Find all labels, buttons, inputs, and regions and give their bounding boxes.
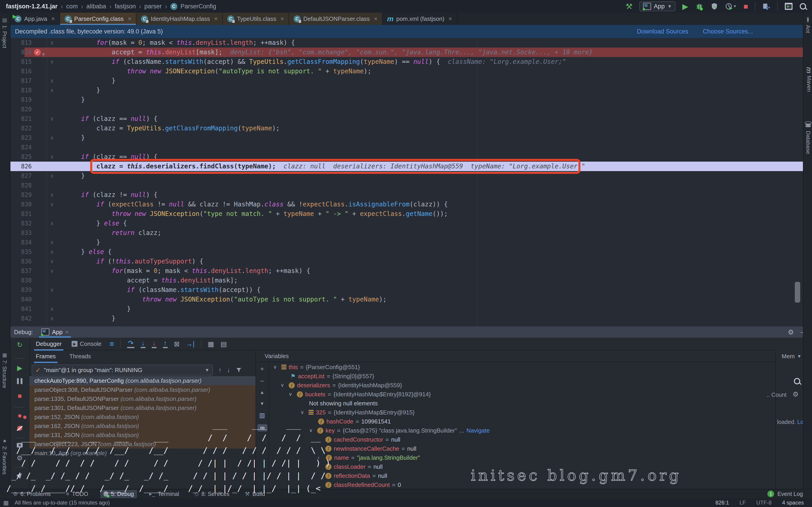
stack-frame-row[interactable]: parseObject:223, JSON (com.alibaba.fastj… — [30, 440, 256, 449]
move-up-icon[interactable]: ▲ — [256, 390, 269, 395]
pause-icon[interactable] — [10, 378, 30, 386]
line-number[interactable]: 826 — [10, 162, 32, 171]
tool-window-switcher-icon[interactable]: ▦ — [3, 499, 9, 506]
sidebar-item-database[interactable]: Database — [805, 121, 812, 154]
tool-window-button-todo[interactable]: ≡TODO — [63, 490, 92, 498]
tab-App.java[interactable]: C▶App.java× — [10, 13, 60, 25]
sidebar-item-favorites[interactable]: ★2: Favorites — [1, 438, 8, 474]
variable-row[interactable]: fclassLoader = null — [325, 462, 383, 471]
gear-icon[interactable]: ⚙ — [788, 328, 794, 336]
variable-row[interactable]: fhashCode = 109961541 — [318, 417, 391, 426]
line-number[interactable]: 836 — [10, 257, 32, 266]
navigate-link[interactable]: Navigate — [466, 426, 490, 435]
breadcrumb-item[interactable]: fastjson — [115, 3, 136, 10]
view-breakpoints-icon[interactable] — [10, 411, 30, 419]
remove-watch-icon[interactable]: − — [256, 378, 269, 385]
variable-row[interactable]: fcachedConstructor = null — [325, 435, 400, 444]
variable-row[interactable]: ⚑acceptList = {String[0]@557} — [291, 372, 374, 381]
memory-gear-icon[interactable]: ⚙ — [793, 390, 799, 398]
breadcrumb-item[interactable]: alibaba — [86, 3, 106, 10]
close-icon[interactable]: × — [214, 15, 218, 22]
chevron-right-icon[interactable]: › — [318, 453, 323, 462]
variable-row[interactable]: ∨fbuckets = {IdentityHashMap$Entry[8192]… — [289, 390, 431, 399]
variable-row[interactable]: fclassRedefinedCount = 0 — [325, 480, 401, 489]
line-number[interactable]: 814 — [10, 48, 32, 57]
tool-window-button-5-debug[interactable]: 5: Debug — [100, 490, 137, 498]
stop-icon[interactable]: ■ — [10, 392, 30, 400]
prev-frame-icon[interactable]: ↑ — [218, 367, 221, 374]
stop-button[interactable]: ■ — [743, 2, 748, 10]
drop-frame-icon[interactable]: ⊠ — [174, 340, 180, 348]
breadcrumb-item[interactable]: fastjson-1.2.41.jar — [6, 3, 58, 10]
line-number[interactable]: 833 — [10, 228, 32, 238]
tab-pom.xml (fastjson)[interactable]: mpom.xml (fastjson)× — [383, 13, 457, 25]
run-to-cursor-icon[interactable]: →| — [186, 340, 195, 348]
run-anything-icon[interactable] — [784, 2, 793, 10]
variable-row[interactable]: ∨325 = {IdentityHashMap$Entry@915} — [300, 408, 415, 417]
layout-settings-icon[interactable]: ≡ — [110, 340, 114, 348]
stack-frame-row[interactable]: parse:152, JSON (com.alibaba.fastjson) — [30, 412, 256, 421]
sidebar-item-project[interactable]: ▤1: Project — [1, 17, 8, 48]
line-number[interactable]: 820 — [10, 105, 32, 114]
variable-row[interactable]: ∨fkey = {Class@275} "class java.lang.Str… — [309, 426, 490, 435]
line-number[interactable]: 817 — [10, 76, 32, 86]
debug-button[interactable] — [695, 2, 704, 11]
download-sources-link[interactable]: Download Sources — [637, 28, 688, 35]
variable-row[interactable]: ∨this = {ParserConfig@551} — [273, 362, 360, 372]
line-number[interactable]: 839 — [10, 285, 32, 295]
stack-frame-row[interactable]: main:10, App (org.example) — [30, 449, 256, 458]
build-hammer-icon[interactable]: ⚒ — [625, 2, 632, 10]
close-icon[interactable]: × — [448, 15, 452, 22]
line-number[interactable]: 830 — [10, 200, 32, 209]
chevron-down-icon[interactable]: ∨ — [281, 381, 286, 390]
next-frame-icon[interactable]: ↓ — [227, 367, 230, 374]
close-icon[interactable]: × — [65, 329, 69, 336]
step-out-icon[interactable]: ↑ — [163, 340, 168, 348]
line-number[interactable]: 822 — [10, 124, 32, 133]
editor-scrollbar[interactable] — [795, 282, 800, 302]
pin-tab-icon[interactable]: ▶ — [10, 471, 30, 479]
stack-frame-row[interactable]: parseObject:308, DefaultJSONParser (com.… — [30, 385, 256, 394]
line-number[interactable]: 832 — [10, 219, 32, 228]
settings-gear-icon[interactable]: ⚙ — [10, 454, 30, 462]
line-number[interactable]: 824 — [10, 143, 32, 152]
run-button[interactable]: ▶ — [682, 2, 688, 10]
line-number[interactable]: 835 — [10, 247, 32, 257]
line-number[interactable]: 823 — [10, 133, 32, 143]
run-configuration-selector[interactable]: App ▼ — [639, 1, 676, 11]
line-number[interactable]: 816 — [10, 66, 32, 76]
profiler-button[interactable]: ▼ — [725, 2, 737, 10]
add-watch-icon[interactable]: + — [256, 365, 269, 373]
variable-row[interactable]: freflectionData = null — [325, 471, 387, 480]
tab-debugger[interactable]: Debugger — [34, 339, 63, 349]
indent-setting[interactable]: 4 spaces — [782, 500, 804, 506]
stack-frame-row[interactable]: checkAutoType:890, ParserConfig (com.ali… — [30, 376, 256, 385]
sidebar-item-structure[interactable]: ▦7: Structure — [1, 352, 8, 388]
chevron-down-icon[interactable]: ∨ — [309, 426, 315, 435]
load-classes-link[interactable]: Lo — [797, 419, 804, 425]
rerun-icon[interactable]: ↻ — [10, 341, 30, 349]
tab-DefaultJSONParser.class[interactable]: CDefaultJSONParser.class× — [289, 13, 383, 25]
thread-selector[interactable]: ✓ "main"@1 in group "main": RUNNING ▼ — [32, 364, 213, 376]
sidebar-item-ant[interactable]: Ant — [805, 17, 811, 33]
tab-threads[interactable]: Threads — [67, 351, 93, 361]
tool-window-button-build[interactable]: ⚒Build — [242, 490, 268, 498]
search-everywhere-icon[interactable] — [800, 3, 806, 9]
tab-ParserConfig.class[interactable]: CParserConfig.class× — [60, 13, 137, 25]
line-number[interactable]: 827 — [10, 171, 32, 181]
chevron-down-icon[interactable]: ∨ — [300, 408, 306, 417]
breadcrumb-item[interactable]: ParserConfig — [181, 3, 216, 10]
duplicate-icon[interactable]: ▥ — [256, 411, 269, 419]
file-encoding[interactable]: UTF-8 — [756, 500, 772, 506]
debug-session-tab[interactable]: App × — [39, 326, 71, 338]
sidebar-item-maven[interactable]: mMaven — [805, 67, 812, 92]
stack-frame-row[interactable]: parse:162, JSON (com.alibaba.fastjson) — [30, 421, 256, 431]
stack-frame-row[interactable]: parse:131, JSON (com.alibaba.fastjson) — [30, 431, 256, 440]
step-into-icon[interactable]: ↓ — [141, 340, 145, 348]
tab-TypeUtils.class[interactable]: CTypeUtils.class× — [223, 13, 289, 25]
choose-sources-link[interactable]: Choose Sources... — [703, 28, 753, 35]
line-number[interactable]: 834 — [10, 238, 32, 247]
project-structure-icon[interactable] — [762, 2, 770, 10]
line-number[interactable]: 813 — [10, 38, 32, 48]
line-number[interactable]: 825 — [10, 152, 32, 162]
